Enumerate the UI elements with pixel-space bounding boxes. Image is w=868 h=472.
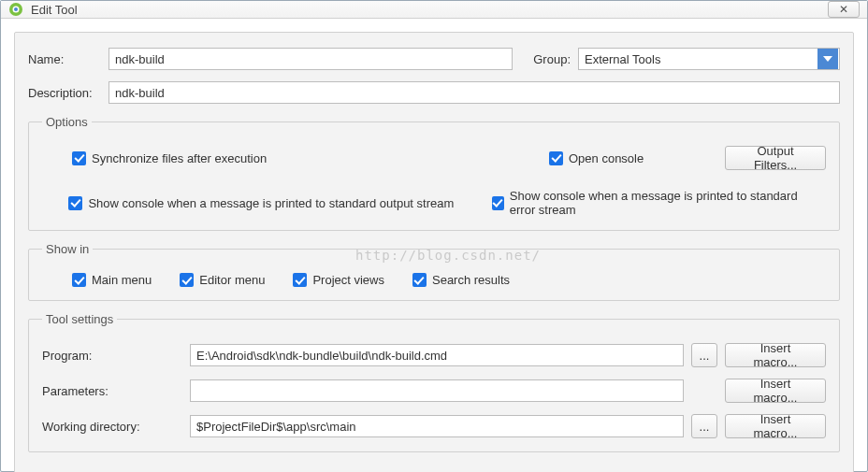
editor-menu-checkbox[interactable]: Editor menu bbox=[180, 273, 265, 287]
checkbox-icon bbox=[549, 151, 563, 165]
main-menu-label: Main menu bbox=[92, 273, 152, 287]
titlebar: Edit Tool ✕ bbox=[1, 1, 867, 19]
group-value: External Tools bbox=[585, 52, 660, 66]
description-label: Description: bbox=[28, 86, 101, 100]
options-fieldset: Options Synchronize files after executio… bbox=[28, 115, 840, 231]
show-in-legend: Show in bbox=[42, 242, 93, 256]
checkbox-icon bbox=[180, 273, 194, 287]
options-legend: Options bbox=[42, 115, 92, 129]
tool-settings-legend: Tool settings bbox=[42, 312, 117, 326]
group-label: Group: bbox=[533, 52, 571, 66]
checkbox-icon bbox=[72, 151, 86, 165]
open-console-label: Open console bbox=[569, 151, 644, 165]
search-results-label: Search results bbox=[432, 273, 510, 287]
tool-settings-fieldset: Tool settings Program: ... Insert macro.… bbox=[28, 312, 840, 452]
project-views-checkbox[interactable]: Project views bbox=[293, 273, 384, 287]
dialog-window: Edit Tool ✕ Name: Group: External Tools … bbox=[0, 0, 868, 472]
project-views-label: Project views bbox=[312, 273, 384, 287]
editor-menu-label: Editor menu bbox=[199, 273, 265, 287]
content-area: Name: Group: External Tools Description:… bbox=[1, 19, 867, 472]
program-field[interactable] bbox=[190, 344, 684, 366]
workdir-label: Working directory: bbox=[42, 420, 182, 434]
show-in-fieldset: Show in Main menu Editor menu Project vi… bbox=[28, 242, 840, 301]
main-menu-checkbox[interactable]: Main menu bbox=[72, 273, 152, 287]
parameters-label: Parameters: bbox=[42, 384, 182, 398]
program-row: Program: ... Insert macro... bbox=[42, 343, 826, 367]
main-panel: Name: Group: External Tools Description:… bbox=[14, 32, 854, 472]
workdir-browse-button[interactable]: ... bbox=[691, 414, 717, 438]
description-row: Description: bbox=[28, 81, 840, 104]
name-group-row: Name: Group: External Tools bbox=[28, 48, 840, 70]
search-results-checkbox[interactable]: Search results bbox=[412, 273, 510, 287]
program-label: Program: bbox=[42, 349, 182, 363]
stdout-label: Show console when a message is printed t… bbox=[88, 196, 454, 210]
parameters-row: Parameters: Insert macro... bbox=[42, 379, 826, 403]
stderr-checkbox[interactable]: Show console when a message is printed t… bbox=[492, 189, 827, 217]
workdir-row: Working directory: ... Insert macro... bbox=[42, 414, 826, 438]
name-field[interactable] bbox=[108, 48, 513, 70]
close-button[interactable]: ✕ bbox=[828, 1, 860, 18]
program-browse-button[interactable]: ... bbox=[691, 343, 717, 367]
checkbox-icon bbox=[72, 273, 86, 287]
group-combobox[interactable]: External Tools bbox=[578, 48, 840, 70]
output-filters-button[interactable]: Output Filters... bbox=[725, 146, 826, 170]
app-icon bbox=[8, 2, 23, 17]
parameters-insert-macro-button[interactable]: Insert macro... bbox=[725, 379, 826, 403]
parameters-field[interactable] bbox=[190, 379, 684, 402]
sync-files-checkbox[interactable]: Synchronize files after execution bbox=[72, 151, 549, 165]
description-field[interactable] bbox=[108, 81, 840, 104]
window-title: Edit Tool bbox=[31, 3, 828, 17]
checkbox-icon bbox=[412, 273, 427, 287]
stderr-label: Show console when a message is printed t… bbox=[510, 189, 826, 217]
open-console-checkbox[interactable]: Open console bbox=[549, 151, 725, 165]
name-label: Name: bbox=[28, 52, 101, 66]
checkbox-icon bbox=[492, 196, 504, 210]
workdir-insert-macro-button[interactable]: Insert macro... bbox=[725, 414, 826, 438]
chevron-down-icon bbox=[817, 49, 838, 69]
svg-point-2 bbox=[14, 7, 18, 11]
stdout-checkbox[interactable]: Show console when a message is printed t… bbox=[68, 196, 491, 210]
workdir-field[interactable] bbox=[190, 415, 684, 437]
dialog-footer: OK Cancel Help bbox=[28, 464, 840, 472]
sync-files-label: Synchronize files after execution bbox=[92, 151, 267, 165]
checkbox-icon bbox=[68, 196, 82, 210]
program-insert-macro-button[interactable]: Insert macro... bbox=[725, 343, 826, 367]
checkbox-icon bbox=[293, 273, 307, 287]
